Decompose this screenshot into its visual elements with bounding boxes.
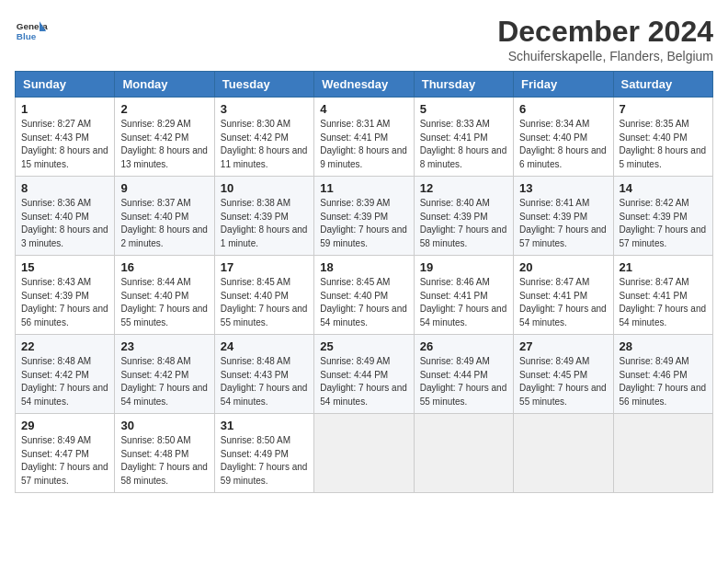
day-number: 21 bbox=[620, 260, 707, 274]
day-info: Sunrise: 8:40 AMSunset: 4:39 PMDaylight:… bbox=[420, 198, 507, 248]
day-info: Sunrise: 8:50 AMSunset: 4:49 PMDaylight:… bbox=[221, 435, 308, 486]
day-number: 16 bbox=[120, 260, 208, 274]
day-info: Sunrise: 8:27 AMSunset: 4:43 PMDaylight:… bbox=[21, 119, 108, 169]
day-info: Sunrise: 8:48 AMSunset: 4:42 PMDaylight:… bbox=[120, 356, 208, 407]
day-info: Sunrise: 8:49 AMSunset: 4:45 PMDaylight:… bbox=[519, 356, 607, 407]
day-number: 29 bbox=[21, 419, 108, 432]
table-row: 26 Sunrise: 8:49 AMSunset: 4:44 PMDaylig… bbox=[414, 335, 513, 414]
day-info: Sunrise: 8:33 AMSunset: 4:41 PMDaylight:… bbox=[420, 119, 507, 169]
day-number: 6 bbox=[519, 102, 607, 116]
day-info: Sunrise: 8:31 AMSunset: 4:41 PMDaylight:… bbox=[320, 119, 407, 169]
day-info: Sunrise: 8:41 AMSunset: 4:39 PMDaylight:… bbox=[519, 198, 607, 248]
day-info: Sunrise: 8:49 AMSunset: 4:47 PMDaylight:… bbox=[21, 435, 108, 486]
table-row: 7 Sunrise: 8:35 AMSunset: 4:40 PMDayligh… bbox=[613, 98, 712, 177]
day-number: 10 bbox=[221, 181, 308, 195]
day-number: 26 bbox=[420, 339, 507, 353]
empty-cell bbox=[514, 414, 613, 493]
day-number: 4 bbox=[320, 102, 407, 116]
day-info: Sunrise: 8:46 AMSunset: 4:41 PMDaylight:… bbox=[420, 277, 507, 327]
page-title: December 2024 bbox=[497, 15, 713, 49]
day-info: Sunrise: 8:47 AMSunset: 4:41 PMDaylight:… bbox=[519, 277, 607, 327]
day-info: Sunrise: 8:50 AMSunset: 4:48 PMDaylight:… bbox=[120, 435, 208, 486]
svg-text:Blue: Blue bbox=[17, 31, 37, 41]
day-info: Sunrise: 8:47 AMSunset: 4:41 PMDaylight:… bbox=[620, 277, 707, 327]
table-row: 27 Sunrise: 8:49 AMSunset: 4:45 PMDaylig… bbox=[514, 335, 613, 414]
day-number: 24 bbox=[221, 339, 308, 353]
calendar-week-4: 22 Sunrise: 8:48 AMSunset: 4:42 PMDaylig… bbox=[16, 335, 713, 414]
calendar-week-2: 8 Sunrise: 8:36 AMSunset: 4:40 PMDayligh… bbox=[16, 177, 713, 256]
table-row: 16 Sunrise: 8:44 AMSunset: 4:40 PMDaylig… bbox=[115, 256, 214, 335]
table-row: 13 Sunrise: 8:41 AMSunset: 4:39 PMDaylig… bbox=[514, 177, 613, 256]
day-number: 11 bbox=[320, 181, 407, 195]
day-number: 23 bbox=[120, 339, 208, 353]
table-row: 23 Sunrise: 8:48 AMSunset: 4:42 PMDaylig… bbox=[115, 335, 214, 414]
day-number: 28 bbox=[620, 339, 707, 353]
table-row: 15 Sunrise: 8:43 AMSunset: 4:39 PMDaylig… bbox=[16, 256, 115, 335]
day-info: Sunrise: 8:44 AMSunset: 4:40 PMDaylight:… bbox=[120, 277, 208, 327]
calendar-week-5: 29 Sunrise: 8:49 AMSunset: 4:47 PMDaylig… bbox=[16, 414, 713, 493]
col-monday: Monday bbox=[115, 72, 214, 98]
day-info: Sunrise: 8:48 AMSunset: 4:43 PMDaylight:… bbox=[221, 356, 308, 407]
day-number: 15 bbox=[21, 260, 108, 274]
day-number: 20 bbox=[519, 260, 607, 274]
table-row: 11 Sunrise: 8:39 AMSunset: 4:39 PMDaylig… bbox=[314, 177, 414, 256]
page-subtitle: Schuiferskapelle, Flanders, Belgium bbox=[497, 49, 713, 63]
empty-cell bbox=[414, 414, 513, 493]
logo-icon: General Blue bbox=[15, 15, 48, 48]
table-row: 29 Sunrise: 8:49 AMSunset: 4:47 PMDaylig… bbox=[16, 414, 115, 493]
page-header: General Blue December 2024 Schuiferskape… bbox=[15, 15, 713, 63]
day-number: 30 bbox=[120, 419, 208, 432]
table-row: 12 Sunrise: 8:40 AMSunset: 4:39 PMDaylig… bbox=[414, 177, 513, 256]
day-info: Sunrise: 8:39 AMSunset: 4:39 PMDaylight:… bbox=[320, 198, 407, 248]
day-number: 19 bbox=[420, 260, 507, 274]
day-number: 13 bbox=[519, 181, 607, 195]
day-number: 1 bbox=[21, 102, 108, 116]
day-info: Sunrise: 8:45 AMSunset: 4:40 PMDaylight:… bbox=[221, 277, 308, 327]
day-number: 12 bbox=[420, 181, 507, 195]
day-number: 31 bbox=[221, 419, 308, 432]
day-info: Sunrise: 8:38 AMSunset: 4:39 PMDaylight:… bbox=[221, 198, 308, 248]
table-row: 8 Sunrise: 8:36 AMSunset: 4:40 PMDayligh… bbox=[16, 177, 115, 256]
day-number: 5 bbox=[420, 102, 507, 116]
day-number: 18 bbox=[320, 260, 407, 274]
table-row: 30 Sunrise: 8:50 AMSunset: 4:48 PMDaylig… bbox=[115, 414, 214, 493]
day-info: Sunrise: 8:34 AMSunset: 4:40 PMDaylight:… bbox=[519, 119, 607, 169]
empty-cell bbox=[314, 414, 414, 493]
table-row: 18 Sunrise: 8:45 AMSunset: 4:40 PMDaylig… bbox=[314, 256, 414, 335]
day-info: Sunrise: 8:49 AMSunset: 4:46 PMDaylight:… bbox=[620, 356, 707, 407]
day-info: Sunrise: 8:49 AMSunset: 4:44 PMDaylight:… bbox=[420, 356, 507, 407]
day-number: 14 bbox=[620, 181, 707, 195]
table-row: 25 Sunrise: 8:49 AMSunset: 4:44 PMDaylig… bbox=[314, 335, 414, 414]
day-number: 2 bbox=[120, 102, 208, 116]
table-row: 10 Sunrise: 8:38 AMSunset: 4:39 PMDaylig… bbox=[214, 177, 313, 256]
day-info: Sunrise: 8:49 AMSunset: 4:44 PMDaylight:… bbox=[320, 356, 407, 407]
table-row: 6 Sunrise: 8:34 AMSunset: 4:40 PMDayligh… bbox=[514, 98, 613, 177]
day-info: Sunrise: 8:43 AMSunset: 4:39 PMDaylight:… bbox=[21, 277, 108, 327]
day-number: 25 bbox=[320, 339, 407, 353]
table-row: 9 Sunrise: 8:37 AMSunset: 4:40 PMDayligh… bbox=[115, 177, 214, 256]
day-number: 22 bbox=[21, 339, 108, 353]
table-row: 14 Sunrise: 8:42 AMSunset: 4:39 PMDaylig… bbox=[613, 177, 712, 256]
day-info: Sunrise: 8:45 AMSunset: 4:40 PMDaylight:… bbox=[320, 277, 407, 327]
col-wednesday: Wednesday bbox=[314, 72, 414, 98]
day-info: Sunrise: 8:29 AMSunset: 4:42 PMDaylight:… bbox=[120, 119, 208, 169]
col-sunday: Sunday bbox=[16, 72, 115, 98]
empty-cell bbox=[613, 414, 712, 493]
table-row: 24 Sunrise: 8:48 AMSunset: 4:43 PMDaylig… bbox=[214, 335, 313, 414]
table-row: 31 Sunrise: 8:50 AMSunset: 4:49 PMDaylig… bbox=[214, 414, 313, 493]
day-number: 17 bbox=[221, 260, 308, 274]
day-number: 3 bbox=[221, 102, 308, 116]
table-row: 3 Sunrise: 8:30 AMSunset: 4:42 PMDayligh… bbox=[214, 98, 313, 177]
day-info: Sunrise: 8:48 AMSunset: 4:42 PMDaylight:… bbox=[21, 356, 108, 407]
col-saturday: Saturday bbox=[613, 72, 712, 98]
table-row: 5 Sunrise: 8:33 AMSunset: 4:41 PMDayligh… bbox=[414, 98, 513, 177]
table-row: 28 Sunrise: 8:49 AMSunset: 4:46 PMDaylig… bbox=[613, 335, 712, 414]
day-number: 27 bbox=[519, 339, 607, 353]
title-section: December 2024 Schuiferskapelle, Flanders… bbox=[497, 15, 713, 63]
table-row: 4 Sunrise: 8:31 AMSunset: 4:41 PMDayligh… bbox=[314, 98, 414, 177]
table-row: 19 Sunrise: 8:46 AMSunset: 4:41 PMDaylig… bbox=[414, 256, 513, 335]
day-number: 9 bbox=[120, 181, 208, 195]
day-info: Sunrise: 8:37 AMSunset: 4:40 PMDaylight:… bbox=[120, 198, 208, 248]
col-thursday: Thursday bbox=[414, 72, 513, 98]
logo: General Blue bbox=[15, 15, 48, 48]
